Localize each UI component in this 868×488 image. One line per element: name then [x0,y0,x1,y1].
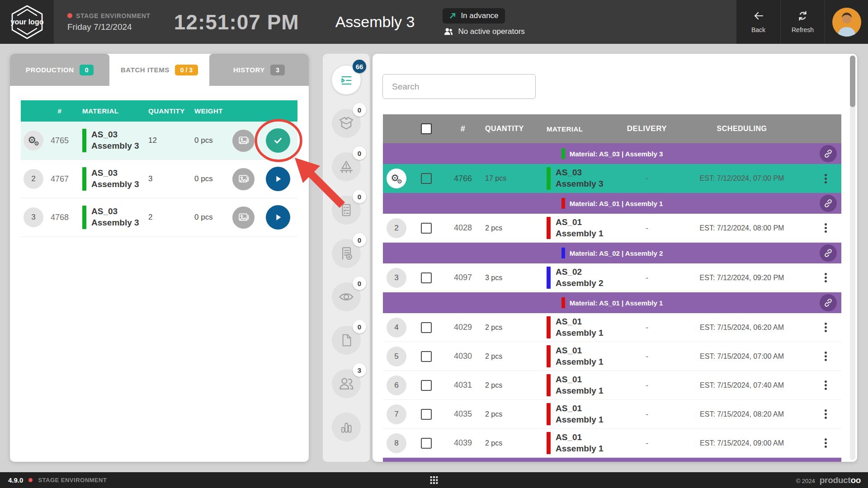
weight-value: 0 pcs [184,136,229,145]
row-checkbox[interactable] [421,438,432,449]
link-button[interactable] [820,195,837,212]
rail-item-chart[interactable] [332,413,361,441]
start-button[interactable] [266,205,290,230]
gears-icon: ⚙⚙ [28,135,39,146]
status-badge: In advance [443,8,505,23]
order-row-4030[interactable]: 540302 pcsAS_01Assembly 1-EST: 7/15/2024… [383,342,841,371]
scrollbar-track[interactable] [850,56,855,460]
footer-environment-label: STAGE ENVIRONMENT [38,477,107,483]
material-label: AS_01Assembly 1 [556,316,604,338]
tab-label: PRODUCTION [26,66,74,74]
rail-item-queue[interactable]: 66 [332,66,361,94]
tab-production[interactable]: PRODUCTION0 [10,54,109,86]
order-row-4766[interactable]: ⚙⚙476617 pcsAS_03Assembly 3-EST: 7/12/20… [383,164,841,193]
group-label: Material: AS_01 | Assembly 1 [570,200,663,207]
complete-button[interactable] [266,128,290,153]
material-color-bar [82,206,86,229]
material-color-bar [547,403,551,425]
image-button[interactable] [232,130,255,152]
rail-count-badge: 0 [353,103,366,117]
batch-row-4767[interactable]: 24767AS_03Assembly 330 pcs [21,160,297,198]
order-row-4029[interactable]: 440292 pcsAS_01Assembly 1-EST: 7/15/2024… [383,313,841,342]
order-row-4035[interactable]: 740352 pcsAS_01Assembly 1-EST: 7/15/2024… [383,400,841,429]
tab-count-badge: 3 [270,65,285,75]
environment-indicator-dot [67,13,72,18]
current-date: Friday 7/12/2024 [67,22,151,32]
delivery-value: - [620,381,674,390]
order-row-4028[interactable]: 240282 pcsAS_01Assembly 1-EST: 7/12/2024… [383,214,841,243]
group-color-bar [561,198,565,209]
image-button[interactable] [232,206,255,229]
row-checkbox[interactable] [421,322,432,333]
rail-item-hazard[interactable]: 0 [332,152,361,181]
material-color-bar [547,432,551,454]
batch-row-4765[interactable]: ⚙⚙4765AS_03Assembly 3120 pcs [21,122,297,160]
order-number: 4097 [443,273,483,282]
rail-item-box[interactable]: 0 [332,109,361,138]
batch-row-4768[interactable]: 34768AS_03Assembly 320 pcs [21,198,297,237]
rail-count-badge: 3 [353,363,366,377]
page-title: Assembly 3 [335,13,415,31]
row-checkbox[interactable] [421,409,432,420]
tab-label: BATCH ITEMS [121,66,170,74]
row-checkbox[interactable] [421,223,432,234]
row-menu-button[interactable] [822,434,830,452]
link-button[interactable] [820,244,837,262]
rail-item-document-sign[interactable]: 0 [332,239,361,268]
refresh-button[interactable]: Refresh [780,0,825,44]
group-color-bar [561,248,565,258]
rail-count-badge: 0 [353,146,366,160]
order-number: 4031 [443,380,483,390]
start-button[interactable] [266,167,290,191]
row-menu-button[interactable] [822,269,830,286]
row-checkbox[interactable] [421,380,432,391]
rail-item-file[interactable]: 0 [332,326,361,355]
row-menu-button[interactable] [822,376,830,394]
user-avatar[interactable] [825,0,868,44]
row-checkbox[interactable] [421,173,432,184]
search-input[interactable] [382,74,536,99]
footer-bar: 4.9.0 STAGE ENVIRONMENT © 2024 productoo [0,472,868,488]
material-label: AS_02Assembly 2 [556,267,604,289]
row-order-badge: 2 [24,169,43,189]
group-color-bar [561,148,565,159]
row-menu-button[interactable] [822,219,830,237]
row-menu-button[interactable] [822,347,830,365]
environment-block: STAGE ENVIRONMENT Friday 7/12/2024 [67,12,151,32]
apps-grid-button[interactable] [430,476,438,484]
delivery-value: - [620,439,674,448]
orders-table-header: #QUANTITYMATERIALDELIVERYSCHEDULING [383,114,841,143]
tab-history[interactable]: HISTORY3 [209,54,309,86]
scheduling-value: EST: 7/12/2024, 09:20 PM [674,274,810,282]
material-color-bar [547,167,551,189]
orders-table: #QUANTITYMATERIALDELIVERYSCHEDULING Mate… [383,114,841,462]
link-button[interactable] [820,294,837,311]
image-button[interactable] [232,168,255,190]
logo[interactable]: your logo [0,0,54,44]
tab-batch-items[interactable]: BATCH ITEMS0 / 3 [109,54,209,86]
logo-icon: your logo [5,4,50,41]
row-checkbox[interactable] [421,351,432,362]
order-row-4039[interactable]: 840392 pcsAS_01Assembly 1-EST: 7/15/2024… [383,429,841,458]
row-checkbox[interactable] [421,272,432,283]
rail-item-checklist[interactable]: 0 [332,196,361,225]
rail-item-eye[interactable]: 0 [332,282,361,311]
order-row-4031[interactable]: 640312 pcsAS_01Assembly 1-EST: 7/15/2024… [383,371,841,400]
delivery-value: - [620,224,674,233]
select-all-checkbox[interactable] [421,123,432,134]
brand-logo: productoo [820,475,861,485]
scrollbar-thumb[interactable] [850,56,855,107]
row-menu-button[interactable] [822,319,830,336]
app-version: 4.9.0 [8,476,23,484]
batch-number: 4765 [46,136,73,145]
copyright: © 2024 [796,478,815,484]
row-menu-button[interactable] [822,405,830,423]
rail-item-people[interactable]: 3 [332,369,361,398]
row-order-badge: 3 [24,207,43,227]
row-order-badge: 7 [387,404,406,424]
back-button[interactable]: Back [736,0,780,44]
row-menu-button[interactable] [822,170,830,188]
order-row-4097[interactable]: 340973 pcsAS_02Assembly 2-EST: 7/12/2024… [383,263,841,292]
order-number: 4030 [443,352,483,361]
link-button[interactable] [820,145,837,162]
